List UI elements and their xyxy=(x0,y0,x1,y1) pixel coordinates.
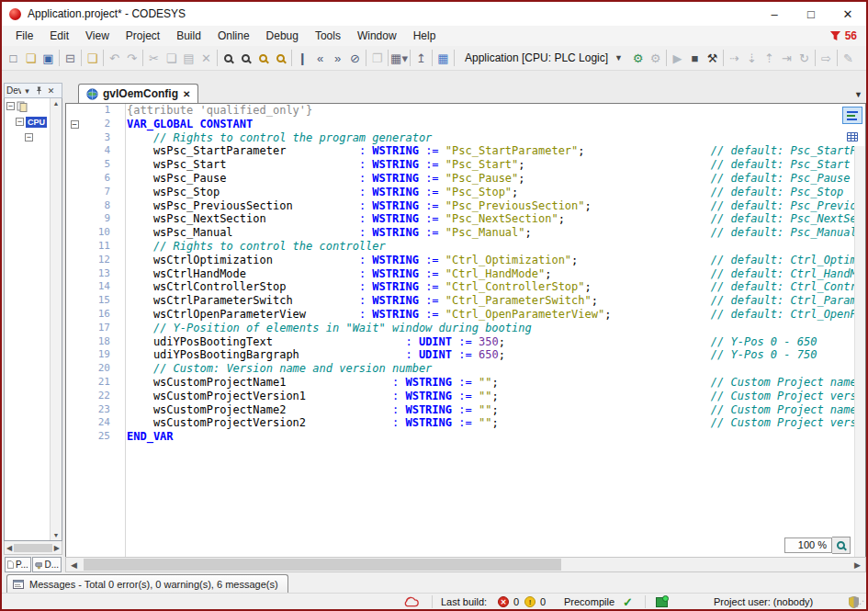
editor-horizontal-scrollbar[interactable]: ◀ ▶ xyxy=(65,557,866,572)
zoom-level-value[interactable]: 100 % xyxy=(784,537,832,553)
paste-button[interactable]: ▤ xyxy=(180,49,197,68)
code-line[interactable]: 8 wsPsc_PreviousSection : WSTRING := "Ps… xyxy=(66,199,865,213)
start-button[interactable]: ▶ xyxy=(669,49,686,68)
save-project-button[interactable]: ▣ xyxy=(39,49,57,68)
reset-button[interactable]: ↻ xyxy=(795,49,813,68)
messages-panel-tab[interactable]: Messages - Total 0 error(s), 0 warning(s… xyxy=(6,574,288,593)
scroll-thumb[interactable] xyxy=(14,544,52,552)
menu-item-project[interactable]: Project xyxy=(118,28,168,44)
build-button[interactable]: ▦ xyxy=(434,49,452,68)
collapse-icon[interactable]: − xyxy=(25,133,33,141)
code-line[interactable]: 6 wsPsc_Pause : WSTRING := "Psc_Pause"; … xyxy=(66,172,865,186)
scroll-left-icon[interactable]: ◀ xyxy=(6,544,12,552)
new-file-button[interactable]: □ xyxy=(5,49,22,68)
fold-collapse-icon[interactable]: − xyxy=(66,118,83,131)
code-line[interactable]: −2VAR_GLOBAL CONSTANT xyxy=(66,118,865,131)
insert-table-dropdown-button[interactable]: ▦▾ xyxy=(390,49,408,68)
copy-button[interactable]: ❏ xyxy=(163,49,180,68)
code-line[interactable]: 1{attribute 'qualified_only'} xyxy=(66,104,865,118)
minimize-button[interactable]: – xyxy=(756,2,793,26)
code-line[interactable]: 10 wsPsc_Manual : WSTRING := "Psc_Manual… xyxy=(66,226,865,240)
bookmark-previous-button[interactable]: « xyxy=(311,49,329,68)
code-line[interactable]: 15 wsCtrlParameterSwitch : WSTRING := "C… xyxy=(66,294,865,308)
menu-item-edit[interactable]: Edit xyxy=(41,28,77,44)
menu-item-online[interactable]: Online xyxy=(209,28,258,44)
panel-menu-icon[interactable]: ▾ xyxy=(21,86,33,96)
menu-item-file[interactable]: File xyxy=(7,28,41,44)
maximize-button[interactable]: □ xyxy=(793,2,829,26)
tabular-view-button[interactable] xyxy=(842,128,862,145)
tab-overflow-icon[interactable]: ▼ xyxy=(854,90,862,99)
open-project-button[interactable]: ❏ xyxy=(22,49,39,68)
code-line[interactable]: 5 wsPsc_Start : WSTRING := "Psc_Start"; … xyxy=(66,158,865,172)
code-line[interactable]: 4 wsPsc_StartParameter : WSTRING := "Psc… xyxy=(66,144,865,158)
bookmark-toggle-button[interactable]: ❙ xyxy=(294,49,311,68)
scroll-up-icon[interactable]: ▲ xyxy=(53,98,60,108)
zoom-button[interactable] xyxy=(832,537,851,554)
tree-horizontal-scrollbar[interactable]: ◀▶ xyxy=(4,541,62,555)
code-line[interactable]: 24 wsCustomProjectVersion2 : WSTRING := … xyxy=(66,416,865,430)
code-line[interactable]: 17 // Y-Position of elements in "Wait" w… xyxy=(66,322,865,335)
menu-item-help[interactable]: Help xyxy=(405,28,445,44)
declaration-editor[interactable]: 1{attribute 'qualified_only'}−2VAR_GLOBA… xyxy=(65,103,866,557)
print-button[interactable]: ⊟ xyxy=(62,49,79,68)
menu-item-tools[interactable]: Tools xyxy=(307,28,349,44)
step-over-button[interactable]: ⇢ xyxy=(726,49,743,68)
panel-close-icon[interactable]: ✕ xyxy=(45,86,57,96)
collapse-icon[interactable]: − xyxy=(16,118,24,126)
tab-gvloemconfig[interactable]: gvlOemConfig ✕ xyxy=(78,84,198,103)
code-line[interactable]: 20 // Custom: Version name and version n… xyxy=(66,362,865,376)
code-line[interactable]: 18 udiYPosBootingText : UDINT := 350; //… xyxy=(66,335,865,349)
menu-item-view[interactable]: View xyxy=(77,28,118,44)
scroll-right-icon[interactable]: ▶ xyxy=(54,544,60,552)
editor-vertical-scrollbar[interactable] xyxy=(854,146,865,557)
cut-button[interactable]: ✂ xyxy=(145,49,163,68)
edit-declaration-button[interactable]: ✎ xyxy=(840,49,857,68)
pin-icon[interactable] xyxy=(33,86,45,95)
menu-item-build[interactable]: Build xyxy=(168,28,209,44)
close-button[interactable]: ✕ xyxy=(829,2,866,26)
active-application-combo[interactable]: Application [CPU: PLC Logic]▼ xyxy=(459,49,626,67)
undo-button[interactable]: ↶ xyxy=(106,49,123,68)
login-button[interactable]: ⚙ xyxy=(629,49,647,68)
find-button[interactable] xyxy=(220,49,237,68)
code-line[interactable]: 14 wsCtrlControllerStop : WSTRING := "Ct… xyxy=(66,280,865,294)
code-line[interactable]: 3 // Rights to control the program gener… xyxy=(66,131,865,145)
forward-button[interactable]: ⇨ xyxy=(817,49,835,68)
bookmarks-clear-button[interactable]: ⊘ xyxy=(346,49,364,68)
breakpoints-button[interactable]: ⚒ xyxy=(704,49,721,68)
code-line[interactable]: 11 // Rights to control the controller xyxy=(66,240,865,254)
resize-grip[interactable]: ⋰ xyxy=(856,599,864,608)
device-status-icon[interactable] xyxy=(656,594,668,610)
tab-close-icon[interactable]: ✕ xyxy=(183,89,190,99)
copy-all-button[interactable]: ❐ xyxy=(368,49,386,68)
cloud-status-icon[interactable] xyxy=(403,594,419,610)
scroll-down-icon[interactable]: ▼ xyxy=(53,530,60,540)
cpu-device-node[interactable]: CPU xyxy=(26,117,47,128)
copy-project-button[interactable]: ❑ xyxy=(84,49,101,68)
delete-button[interactable]: ✕ xyxy=(197,49,215,68)
logout-button[interactable]: ⚙ xyxy=(647,49,664,68)
tab-devices[interactable]: D... xyxy=(32,557,62,572)
menu-item-window[interactable]: Window xyxy=(349,28,405,44)
scroll-thumb[interactable] xyxy=(84,559,561,571)
bookmark-next-button[interactable]: » xyxy=(329,49,346,68)
code-line[interactable]: 13 wsCtrlHandMode : WSTRING := "Ctrl_Han… xyxy=(66,267,865,281)
code-line[interactable]: 22 wsCustomProjectVersion1 : WSTRING := … xyxy=(66,390,865,403)
collapse-icon[interactable]: − xyxy=(6,102,15,110)
message-filter[interactable]: 56 xyxy=(829,29,857,42)
scroll-right-icon[interactable]: ▶ xyxy=(850,560,865,570)
code-line[interactable]: 25END_VAR xyxy=(66,430,865,444)
code-line[interactable]: 9 wsPsc_NextSection : WSTRING := "Psc_Ne… xyxy=(66,212,865,226)
menu-item-debug[interactable]: Debug xyxy=(258,28,307,44)
code-line[interactable]: 19 udiYPosBootingBargraph : UDINT := 650… xyxy=(66,348,865,362)
run-to-cursor-button[interactable]: ⇥ xyxy=(778,49,795,68)
code-line[interactable]: 21 wsCustomProjectName1 : WSTRING := "";… xyxy=(66,376,865,390)
code-line[interactable]: 12 wsCtrlOptimization : WSTRING := "Ctrl… xyxy=(66,254,865,267)
tree-vertical-scrollbar[interactable]: ▲▼ xyxy=(50,98,62,540)
tab-pous[interactable]: P... xyxy=(5,557,31,572)
redo-button[interactable]: ↷ xyxy=(123,49,141,68)
find-in-files-button[interactable] xyxy=(254,49,272,68)
code-line[interactable]: 7 wsPsc_Stop : WSTRING := "Psc_Stop"; //… xyxy=(66,186,865,199)
export-button[interactable]: ↥ xyxy=(412,49,430,68)
